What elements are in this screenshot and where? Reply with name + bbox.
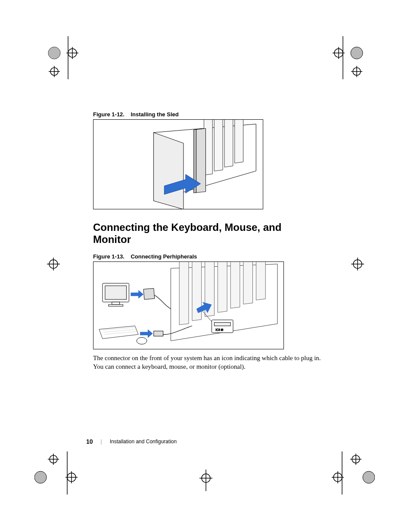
svg-rect-59 [230, 262, 240, 308]
svg-rect-73 [154, 331, 163, 336]
svg-point-72 [137, 337, 147, 344]
figure-1-13-caption: Figure 1-13. Connecting Perhipherals [93, 253, 321, 260]
svg-rect-55 [179, 262, 189, 325]
figure-1-12-title: Installing the Sled [131, 111, 178, 118]
svg-text:IOI ⎚: IOI ⎚ [215, 328, 223, 332]
svg-rect-61 [256, 262, 265, 300]
registration-mark-top-left [45, 36, 84, 79]
body-paragraph: The connector on the front of your syste… [93, 354, 321, 371]
registration-mark-bottom-right [327, 451, 375, 495]
svg-rect-48 [214, 120, 223, 171]
footer-divider: | [101, 439, 102, 445]
figure-1-12-label: Figure 1-12. [93, 111, 125, 118]
figure-1-12-caption: Figure 1-12. Installing the Sled [93, 111, 321, 118]
registration-mark-bottom-center [197, 470, 215, 491]
svg-rect-65 [109, 305, 123, 306]
registration-mark-top-right [327, 36, 366, 79]
svg-rect-58 [218, 262, 227, 312]
svg-rect-64 [112, 302, 120, 305]
page-content: Figure 1-12. Installing the Sled [93, 111, 321, 371]
page-number: 10 [86, 438, 93, 445]
section-heading: Connecting the Keyboard, Mouse, and Moni… [93, 221, 321, 246]
figure-1-13-illustration: IOI ⎚ [93, 261, 284, 349]
svg-point-1 [48, 47, 60, 59]
svg-rect-76 [214, 323, 230, 326]
registration-mark-mid-left [45, 258, 62, 271]
figure-1-12-illustration [93, 119, 263, 209]
svg-rect-50 [235, 120, 243, 163]
svg-rect-63 [105, 286, 127, 299]
page-footer: 10 | Installation and Configuration [86, 438, 177, 445]
svg-rect-49 [224, 120, 233, 167]
svg-marker-67 [131, 290, 143, 299]
svg-rect-60 [243, 262, 253, 304]
figure-1-13-label: Figure 1-13. [93, 253, 125, 260]
footer-section-title: Installation and Configuration [110, 439, 177, 445]
registration-mark-mid-right [349, 258, 366, 271]
svg-marker-66 [143, 288, 155, 299]
svg-marker-46 [154, 133, 184, 209]
svg-marker-68 [99, 326, 138, 339]
figure-1-13-title: Connecting Perhipherals [131, 253, 197, 260]
registration-mark-bottom-left [34, 451, 82, 495]
svg-marker-74 [140, 329, 153, 338]
